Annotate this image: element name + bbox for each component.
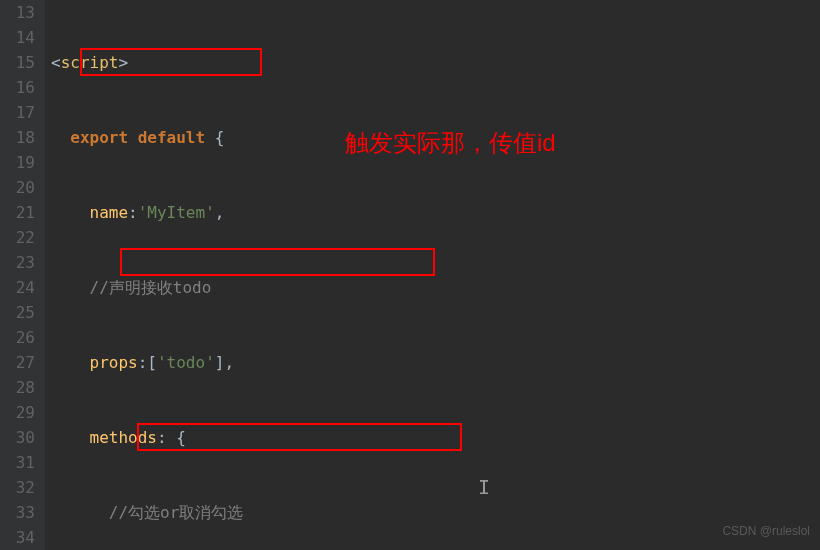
line-number: 20: [5, 175, 35, 200]
props-value: 'todo': [157, 353, 215, 372]
brace: {: [205, 128, 224, 147]
line-number: 14: [5, 25, 35, 50]
line-gutter: 13 14 15 16 17 18 19 20 21 22 23 24 25 2…: [0, 0, 45, 550]
line-number: 27: [5, 350, 35, 375]
line-number: 30: [5, 425, 35, 450]
methods-key: methods: [90, 428, 157, 447]
text-cursor-icon: I: [478, 475, 490, 500]
watermark: CSDN @ruleslol: [722, 519, 810, 544]
code-editor[interactable]: 13 14 15 16 17 18 19 20 21 22 23 24 25 2…: [0, 0, 820, 550]
tag-open: <: [51, 53, 61, 72]
line-number: 21: [5, 200, 35, 225]
line-number: 31: [5, 450, 35, 475]
tag-close: >: [118, 53, 128, 72]
line-number: 33: [5, 500, 35, 525]
props-key: props: [90, 353, 138, 372]
script-tag: script: [61, 53, 119, 72]
line-number: 13: [5, 0, 35, 25]
line-number: 23: [5, 250, 35, 275]
line-number: 22: [5, 225, 35, 250]
comment: //声明接收todo: [90, 278, 212, 297]
code-area[interactable]: <script> export default { name:'MyItem',…: [45, 0, 483, 550]
line-number: 34: [5, 525, 35, 550]
name-value: 'MyItem': [138, 203, 215, 222]
line-number: 18: [5, 125, 35, 150]
line-number: 25: [5, 300, 35, 325]
line-number: 28: [5, 375, 35, 400]
export-kw: export: [70, 128, 128, 147]
line-number: 19: [5, 150, 35, 175]
line-number: 24: [5, 275, 35, 300]
comment: //勾选or取消勾选: [109, 503, 244, 522]
line-number: 29: [5, 400, 35, 425]
line-number: 26: [5, 325, 35, 350]
line-number: 15: [5, 50, 35, 75]
default-kw: default: [138, 128, 205, 147]
line-number: 17: [5, 100, 35, 125]
line-number: 16: [5, 75, 35, 100]
name-key: name: [90, 203, 129, 222]
line-number: 32: [5, 475, 35, 500]
